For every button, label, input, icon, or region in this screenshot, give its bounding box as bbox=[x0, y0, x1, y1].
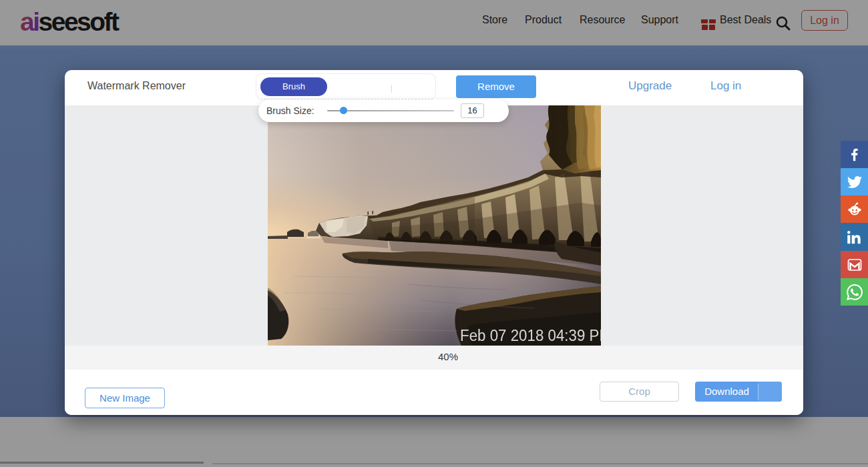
svg-text:Feb 07 2018 04:39 PM: Feb 07 2018 04:39 PM bbox=[460, 327, 601, 344]
